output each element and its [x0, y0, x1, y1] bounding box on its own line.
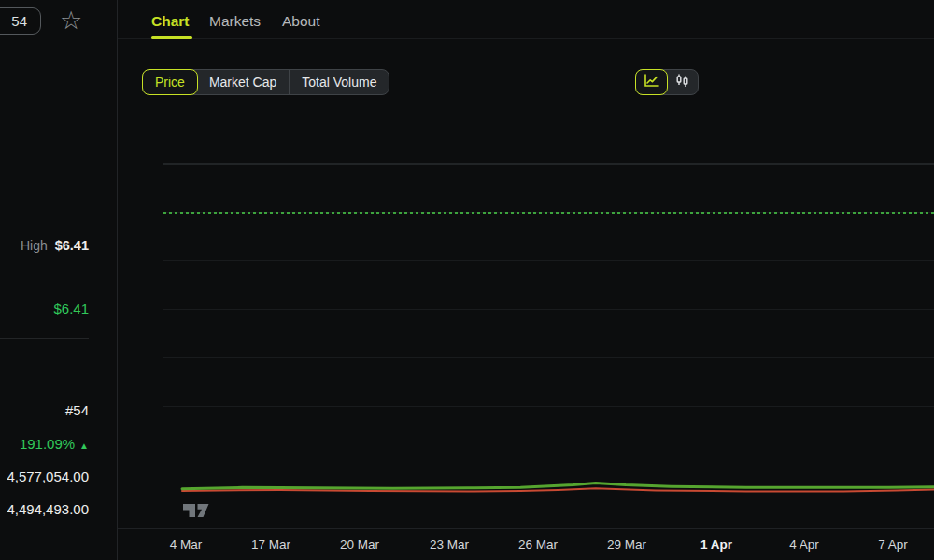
- gridline: [163, 309, 934, 310]
- line-chart-icon: [644, 74, 659, 91]
- gridline: [163, 357, 934, 358]
- active-tab-underline: [151, 36, 192, 39]
- ath-reference-line: [163, 212, 934, 214]
- current-price: $6.41: [0, 301, 117, 316]
- market-rank-value: #54: [0, 402, 117, 418]
- coin-chart-page: 54 ☆ High$6.41 $6.41 #54 191.09%▲ 4,577,…: [0, 0, 934, 560]
- tab-chart[interactable]: Chart: [151, 13, 189, 30]
- x-tick: 7 Apr: [878, 538, 908, 552]
- up-arrow-icon: ▲: [79, 441, 89, 451]
- candlestick-chart-type-button[interactable]: [667, 70, 698, 94]
- toggle-market-cap[interactable]: Market Cap: [197, 70, 290, 94]
- x-tick: 20 Mar: [340, 538, 379, 552]
- x-tick: 17 Mar: [251, 538, 290, 552]
- metric-toggle-group: Price Market Cap Total Volume: [142, 69, 389, 95]
- change-percent-value: 191.09%: [20, 436, 75, 452]
- stat-value-1: 4,577,054.00: [0, 469, 117, 484]
- toggle-price[interactable]: Price: [142, 69, 198, 95]
- gridline: [163, 406, 934, 407]
- high-stat: High$6.41: [0, 238, 117, 253]
- chart-type-toggle-group: [635, 69, 699, 95]
- toggle-total-volume[interactable]: Total Volume: [290, 70, 389, 94]
- tab-markets[interactable]: Markets: [209, 13, 261, 30]
- x-tick: 26 Mar: [518, 538, 558, 552]
- gridline: [163, 260, 934, 261]
- x-tick: 1 Apr: [700, 538, 732, 552]
- stat-value-2: 4,494,493.00: [0, 501, 117, 517]
- line-chart-type-button[interactable]: [635, 69, 668, 95]
- high-label: High: [21, 238, 48, 253]
- tabbar-border: [118, 38, 934, 39]
- price-line-series: [0, 0, 934, 560]
- high-value: $6.41: [55, 238, 89, 253]
- x-tick: 29 Mar: [607, 538, 646, 552]
- x-axis-line: [118, 528, 934, 529]
- rank-badge: 54: [0, 7, 41, 35]
- x-tick: 4 Apr: [789, 538, 819, 552]
- tradingview-logo[interactable]: [182, 501, 210, 525]
- change-percent: 191.09%▲: [0, 436, 117, 452]
- favorite-star-icon[interactable]: ☆: [60, 6, 82, 35]
- x-tick: 4 Mar: [170, 538, 203, 552]
- tab-about[interactable]: About: [282, 13, 320, 30]
- sidebar: 54 ☆ High$6.41 $6.41 #54 191.09%▲ 4,577,…: [0, 0, 117, 560]
- sidebar-divider: [0, 338, 89, 339]
- sidebar-main-divider: [117, 0, 118, 560]
- gridline: [163, 163, 934, 165]
- candlestick-icon: [674, 74, 690, 91]
- gridline: [163, 455, 934, 455]
- x-tick: 23 Mar: [430, 538, 469, 552]
